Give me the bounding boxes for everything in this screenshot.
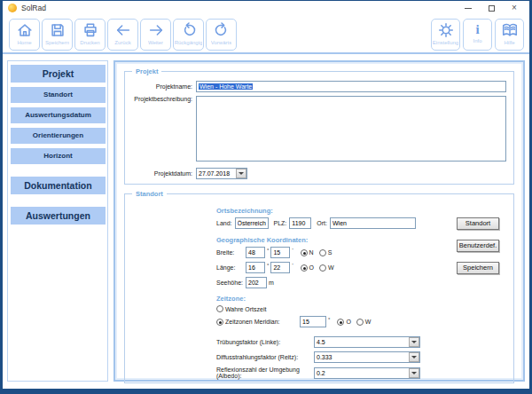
book-icon <box>501 21 519 39</box>
sidebar: Projekt Standort Auswertungsdatum Orient… <box>7 60 108 382</box>
diffusstrahlungsfaktor-combobox[interactable]: 0.333 <box>314 351 420 363</box>
titlebar: SolRad × <box>3 1 529 15</box>
breite-grad-input[interactable] <box>246 247 265 258</box>
sidebar-item-horizont[interactable]: Horizont <box>11 148 106 164</box>
zeitzone-section-label: Zeitzone: <box>216 295 506 303</box>
sun-logo-icon <box>8 4 17 12</box>
sidebar-item-standort[interactable]: Standort <box>11 87 106 103</box>
sidebar-item-auswertungsdatum[interactable]: Auswertungsdatum <box>11 107 106 123</box>
info-icon: i <box>475 21 479 37</box>
truebungsfaktor-row: Trübungsfaktor (Linke): 4.5 <box>216 336 506 348</box>
info-button[interactable]: i Info <box>463 19 492 51</box>
app-window: SolRad × Home Speichern <box>0 0 532 394</box>
laenge-ost-label: O <box>309 264 314 271</box>
projektname-label: Projektname: <box>132 83 196 90</box>
sidebar-item-orientierungen[interactable]: Orientierungen <box>11 128 106 144</box>
save-button[interactable]: Speichern <box>42 19 73 51</box>
breite-sued-radio[interactable] <box>319 249 326 256</box>
albedo-combobox[interactable]: 0.2 <box>314 367 420 379</box>
laenge-ost-radio[interactable] <box>301 264 308 272</box>
diffusstrahlungsfaktor-label: Diffusstrahlungsfaktor (Reitz): <box>216 354 314 360</box>
ort-input[interactable] <box>330 217 416 229</box>
speichern-standort-button[interactable]: Speichern <box>457 262 499 274</box>
help-button[interactable]: Hilfe <box>495 19 524 51</box>
projektdatum-dropdown-arrow-icon[interactable] <box>236 169 246 178</box>
degree-symbol: ° <box>265 248 270 253</box>
projektname-selected-text: Wien - Hohe Warte <box>199 83 253 90</box>
window-controls: × <box>464 4 526 12</box>
meridian-ost-label: O <box>346 319 350 325</box>
undo-icon <box>180 21 198 39</box>
projekt-groupbox-title: Projekt <box>132 67 161 75</box>
minimize-button[interactable] <box>464 4 473 12</box>
projektdatum-label: Projektdatum: <box>132 170 196 177</box>
close-button[interactable]: × <box>510 4 519 12</box>
meridian-ost-radio[interactable] <box>337 319 344 326</box>
sidebar-item-auswertungen[interactable]: Auswertungen <box>11 207 106 225</box>
projektbeschreibung-textarea[interactable] <box>196 96 506 162</box>
benutzerdef-button[interactable]: Benutzerdef. <box>457 240 499 252</box>
sidebar-item-dokumentation[interactable]: Dokumentation <box>11 177 106 194</box>
home-icon <box>16 21 34 39</box>
laenge-grad-input[interactable] <box>246 262 265 273</box>
save-icon <box>49 21 66 39</box>
undo-button[interactable]: Rückgängig <box>173 19 204 51</box>
settings-button[interactable]: Einstellung <box>431 19 460 51</box>
breite-minuten-input[interactable] <box>270 247 290 258</box>
projektdatum-combobox[interactable]: 27.07.2018 <box>196 168 247 179</box>
home-button[interactable]: Home <box>9 19 40 51</box>
zeitzonen-meridian-radio[interactable] <box>216 319 223 326</box>
laenge-west-label: W <box>328 264 334 271</box>
seehoehe-input[interactable] <box>246 277 267 288</box>
dropdown-arrow-icon[interactable] <box>409 368 419 378</box>
arrow-right-icon <box>147 21 165 39</box>
sidebar-item-projekt[interactable]: Projekt <box>11 65 106 83</box>
laenge-west-radio[interactable] <box>319 264 326 272</box>
seehoehe-label: Seehöhe: <box>216 280 246 286</box>
laenge-minuten-input[interactable] <box>270 262 290 273</box>
minute-symbol: ' <box>290 248 294 253</box>
meridian-grad-input[interactable] <box>300 316 326 327</box>
truebungsfaktor-combobox[interactable]: 4.5 <box>314 336 420 348</box>
diffusstrahlungsfaktor-row: Diffusstrahlungsfaktor (Reitz): 0.333 <box>216 351 506 363</box>
meter-symbol: m <box>267 280 276 286</box>
truebungsfaktor-label: Trübungsfaktor (Linke): <box>216 339 314 345</box>
diffusstrahlungsfaktor-value: 0.333 <box>315 354 409 360</box>
main-panel: Projekt Projektname: Wien - Hohe Warte P… <box>113 60 525 382</box>
meridian-west-label: W <box>365 319 372 325</box>
laenge-label: Länge: <box>216 264 246 271</box>
projektname-row: Projektname: Wien - Hohe Warte <box>132 81 506 92</box>
standort-lookup-button[interactable]: Standort <box>457 217 499 230</box>
wahre-ortszeit-radio[interactable] <box>216 305 223 312</box>
dropdown-arrow-icon[interactable] <box>409 352 419 362</box>
projektdatum-value: 27.07.2018 <box>197 170 236 177</box>
standort-groupbox: Standort Ortsbezeichnung: Land: PLZ: Ort… <box>124 193 514 383</box>
breite-nord-radio[interactable] <box>301 249 308 256</box>
truebungsfaktor-value: 4.5 <box>315 339 409 345</box>
wahre-ortszeit-label: Wahre Ortszeit <box>225 306 266 312</box>
maximize-button[interactable] <box>487 4 496 12</box>
meridian-west-radio[interactable] <box>356 319 364 326</box>
albedo-value: 0.2 <box>315 370 409 376</box>
dropdown-arrow-icon[interactable] <box>409 337 419 347</box>
breite-sued-label: S <box>328 249 332 256</box>
wahre-ortszeit-row: Wahre Ortszeit <box>216 305 506 312</box>
plz-label: PLZ: <box>274 220 290 226</box>
zeitzonen-meridian-label: Zeitzonen Meridian: <box>225 319 287 325</box>
plz-input[interactable] <box>289 217 311 229</box>
projektbeschreibung-label: Projektbeschreibung: <box>132 96 196 102</box>
print-button[interactable]: Drucken <box>74 19 106 51</box>
land-label: Land: <box>216 220 235 226</box>
gear-icon <box>437 21 455 39</box>
ortsbezeichnung-section-label: Ortsbezeichnung: <box>216 207 506 215</box>
ort-label: Ort: <box>317 220 330 226</box>
projektname-input[interactable]: Wien - Hohe Warte <box>196 81 506 92</box>
forward-button[interactable]: Weiter <box>140 19 171 51</box>
redo-button[interactable]: Vorwärts <box>206 19 237 51</box>
redo-icon <box>213 21 231 39</box>
arrow-left-icon <box>114 21 132 39</box>
land-input[interactable] <box>235 217 269 229</box>
projektdatum-row: Projektdatum: 27.07.2018 <box>132 168 506 179</box>
toolbar-right: Einstellung i Info Hilfe <box>431 19 524 51</box>
back-button[interactable]: Zurück <box>107 19 138 51</box>
